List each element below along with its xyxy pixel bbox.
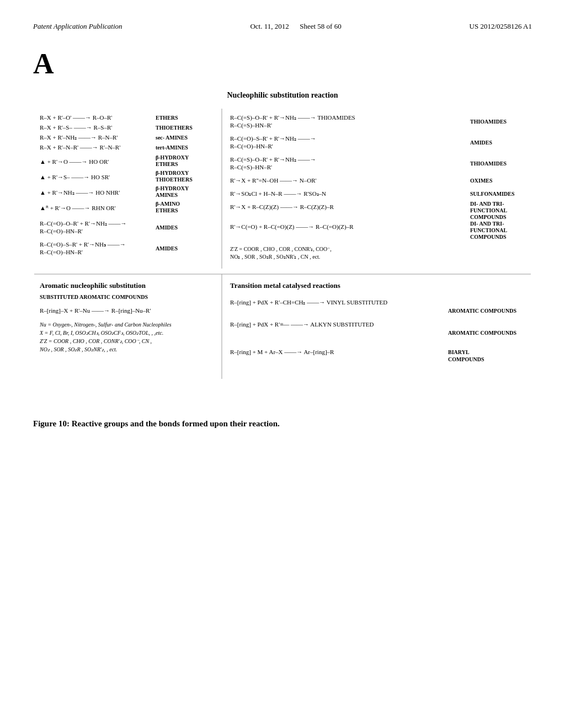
svg-text:OXIMES: OXIMES <box>470 178 493 184</box>
svg-text:AMIDES: AMIDES <box>156 245 178 251</box>
svg-text:AROMATIC COMPOUNDS: AROMATIC COMPOUNDS <box>448 308 516 314</box>
svg-text:ETHERS: ETHERS <box>156 207 178 213</box>
svg-text:R–X  +  R'–S–  ——→  R–S–R': R–X + R'–S– ——→ R–S–R' <box>40 124 112 131</box>
svg-text:Z'Z = COOR ,  CHO ,  COR ,  CO: Z'Z = COOR , CHO , COR , CONR'₂, COO⁻, <box>230 246 332 252</box>
svg-text:ETHERS: ETHERS <box>156 115 178 121</box>
header-sheet: Sheet 58 of 60 <box>300 22 341 30</box>
svg-text:R–C(=O)–S–R'  +  R'→NH₃  ——→: R–C(=O)–S–R' + R'→NH₃ ——→ <box>40 241 126 248</box>
svg-text:R–[ring]–X  +  R'–Nu  ——→  R–[: R–[ring]–X + R'–Nu ——→ R–[ring]–Nu–R' <box>40 307 151 314</box>
svg-text:SULFONAMIDES: SULFONAMIDES <box>470 191 515 197</box>
svg-text:FUNCTIONAL: FUNCTIONAL <box>470 227 508 233</box>
header-center: Oct. 11, 2012 Sheet 58 of 60 <box>250 22 341 31</box>
svg-text:DI- AND TRI-: DI- AND TRI- <box>470 221 504 227</box>
header-date: Oct. 11, 2012 <box>250 22 289 30</box>
svg-text:R'→C(=O)  +  R–C(=O)(Z)  ——→  : R'→C(=O) + R–C(=O)(Z) ——→ R–C(=O)(Z)–R <box>230 223 354 231</box>
svg-text:R–X  +  R'–O'  ——→  R–O–R': R–X + R'–O' ——→ R–O–R' <box>40 114 112 121</box>
svg-text:R–C(=S)–O–R'  +  R'→NH₂  ——→: R–C(=S)–O–R' + R'→NH₂ ——→ <box>230 156 316 163</box>
svg-text:R–C(=O)–HN–R': R–C(=O)–HN–R' <box>40 249 83 256</box>
svg-text:COMPOUNDS: COMPOUNDS <box>448 356 484 362</box>
svg-text:R'→SO₂Cl  +  H–N–R  ——→  R'SO₂: R'→SO₂Cl + H–N–R ——→ R'SO₂–N <box>230 190 326 197</box>
svg-text:NO₂ ,  SOR ,  SO₂R ,  SO₂NR'₂ : NO₂ , SOR , SO₂R , SO₂NR'₂ , CN , ect. <box>230 254 320 260</box>
svg-text:AMINES: AMINES <box>156 192 178 198</box>
header-right: US 2012/0258126 A1 <box>470 22 532 31</box>
svg-text:ETHERS: ETHERS <box>156 161 178 167</box>
svg-text:Nu = Oxygen-, Nitrogen-, Sulfu: Nu = Oxygen-, Nitrogen-, Sulfur- and Car… <box>39 322 172 328</box>
svg-text:β-HYDROXY: β-HYDROXY <box>156 185 189 191</box>
svg-text:Z'Z = COOR , CHO , COR , CONR': Z'Z = COOR , CHO , COR , CONR'₂, COO⁻, C… <box>40 338 152 344</box>
svg-text:▲  +  R'→O  ——→  HO OR': ▲ + R'→O ——→ HO OR' <box>40 158 109 165</box>
svg-text:X = F, Cl, Br, I, OSO₂CH₃, OSO: X = F, Cl, Br, I, OSO₂CH₃, OSO₂CF₃, OSO₂… <box>39 330 163 336</box>
svg-text:SUBSTITUTED AROMATIC COMPOUNDS: SUBSTITUTED AROMATIC COMPOUNDS <box>40 294 148 300</box>
svg-text:R–C(=S)–HN–R': R–C(=S)–HN–R' <box>230 122 272 129</box>
svg-text:AMIDES: AMIDES <box>156 224 178 231</box>
svg-text:AROMATIC COMPOUNDS: AROMATIC COMPOUNDS <box>448 330 516 336</box>
svg-text:R–X  +  R'–NH₂  ——→  R–N–R': R–X + R'–NH₂ ——→ R–N–R' <box>40 134 118 141</box>
svg-text:R–C(=O)–HN–R': R–C(=O)–HN–R' <box>40 228 83 235</box>
page: Patent Application Publication Oct. 11, … <box>0 0 565 728</box>
svg-text:BIARYL: BIARYL <box>448 349 470 355</box>
svg-text:THIOAMIDES: THIOAMIDES <box>470 160 507 167</box>
header: Patent Application Publication Oct. 11, … <box>33 22 532 31</box>
svg-text:DI- AND TRI-: DI- AND TRI- <box>470 201 504 207</box>
svg-text:FUNCTIONAL: FUNCTIONAL <box>470 207 508 213</box>
svg-text:R–C(=S)–HN–R': R–C(=S)–HN–R' <box>230 164 272 171</box>
svg-text:▲  +  R'→NH₂  ——→  HO NHR': ▲ + R'→NH₂ ——→ HO NHR' <box>40 189 120 196</box>
main-figure: Nucleophilic substitution reaction R–X +… <box>33 91 532 384</box>
svg-text:R–C(=O)–O–R'  +  R'→NH₂  ——→: R–C(=O)–O–R' + R'→NH₂ ——→ <box>40 220 127 227</box>
svg-text:▲ᴿ  +  R'→O  ——→  RHN OR': ▲ᴿ + R'→O ——→ RHN OR' <box>40 205 116 211</box>
svg-text:COMPOUNDS: COMPOUNDS <box>470 214 507 220</box>
svg-text:β-HYDROXY: β-HYDROXY <box>156 154 189 160</box>
svg-text:THIOETHERS: THIOETHERS <box>156 176 193 183</box>
svg-text:▲  +  R'→S–  ——→  HO SR': ▲ + R'→S– ——→ HO SR' <box>40 174 110 180</box>
svg-text:sec- AMINES: sec- AMINES <box>156 135 188 141</box>
svg-text:THIOETHERS: THIOETHERS <box>156 125 193 131</box>
header-left: Patent Application Publication <box>33 22 122 31</box>
svg-text:β-HYDROXY: β-HYDROXY <box>156 170 189 176</box>
svg-text:R–[ring]  +  M  +  Ar–X  ——→  : R–[ring] + M + Ar–X ——→ Ar–[ring]–R <box>230 349 334 355</box>
svg-text:R–C(=O)–HN–R': R–C(=O)–HN–R' <box>230 143 273 150</box>
reactions-diagram: R–X + R'–O' ——→ R–O–R' ETHERS R–X + R'–S… <box>34 109 531 384</box>
nucleophilic-title: Nucleophilic substitution reaction <box>33 91 532 100</box>
svg-text:R–C(=S)–O–R'  +  R'→NH₂  ——→  : R–C(=S)–O–R' + R'→NH₂ ——→ THIOAMIDES <box>230 114 355 121</box>
svg-text:Aromatic nucleophilic substitu: Aromatic nucleophilic substitution <box>40 281 146 290</box>
svg-text:NO₂ , SOR , SO₂R , SO₂NR'₂, , : NO₂ , SOR , SO₂R , SO₂NR'₂, , ect. <box>39 346 117 352</box>
svg-text:R'→X  +  R–C(Z)(Z)  ——→  R–C(Z: R'→X + R–C(Z)(Z) ——→ R–C(Z)(Z)–R <box>230 204 334 211</box>
svg-text:R–[ring]  +  PdX  +  R'≡—  ——→: R–[ring] + PdX + R'≡— ——→ ALKYN SUBSTITU… <box>230 321 374 328</box>
figure-caption: Figure 10: Reactive groups and the bonds… <box>33 417 364 430</box>
svg-text:COMPOUNDS: COMPOUNDS <box>470 234 507 240</box>
svg-text:Transition metal catalysed rea: Transition metal catalysed reactions <box>230 281 340 290</box>
svg-text:AMIDES: AMIDES <box>470 140 492 146</box>
svg-text:R–X  +  R'–N–R'  ——→  R'–N–R': R–X + R'–N–R' ——→ R'–N–R' <box>40 144 120 151</box>
section-label: A <box>33 47 532 80</box>
svg-text:tert-AMINES: tert-AMINES <box>156 144 188 151</box>
svg-text:R'→X  +  R"=N–OH  ——→  N–OR': R'→X + R"=N–OH ——→ N–OR' <box>230 177 317 184</box>
svg-text:β-AMINO: β-AMINO <box>156 201 180 207</box>
svg-text:R–C(=O)–S–R'  +  R'→NH₂  ——→: R–C(=O)–S–R' + R'→NH₂ ——→ <box>230 135 316 142</box>
svg-text:THIOAMIDES: THIOAMIDES <box>470 119 507 125</box>
svg-text:R–[ring]  +  PdX  +  R'–CH=CH₂: R–[ring] + PdX + R'–CH=CH₂ ——→ VINYL SUB… <box>230 299 387 306</box>
